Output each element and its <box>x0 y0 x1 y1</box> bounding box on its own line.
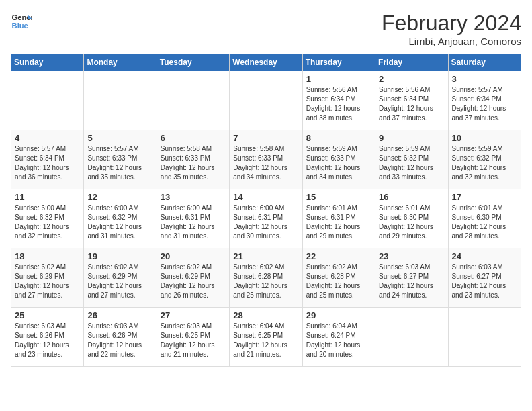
calendar-cell: 18Sunrise: 6:02 AM Sunset: 6:29 PM Dayli… <box>11 248 84 308</box>
day-number: 15 <box>306 192 371 202</box>
calendar-cell: 11Sunrise: 6:00 AM Sunset: 6:32 PM Dayli… <box>11 189 84 248</box>
day-number: 26 <box>87 310 152 320</box>
day-number: 13 <box>161 192 226 202</box>
calendar-week-5: 25Sunrise: 6:03 AM Sunset: 6:26 PM Dayli… <box>11 308 521 367</box>
calendar-cell: 27Sunrise: 6:03 AM Sunset: 6:25 PM Dayli… <box>157 308 229 367</box>
calendar-table: SundayMondayTuesdayWednesdayThursdayFrid… <box>11 54 521 367</box>
calendar-cell: 21Sunrise: 6:02 AM Sunset: 6:28 PM Dayli… <box>230 248 302 308</box>
day-info: Sunrise: 6:01 AM Sunset: 6:30 PM Dayligh… <box>379 203 444 241</box>
calendar-week-2: 4Sunrise: 5:57 AM Sunset: 6:34 PM Daylig… <box>11 130 521 189</box>
calendar-cell: 23Sunrise: 6:03 AM Sunset: 6:27 PM Dayli… <box>375 248 448 308</box>
weekday-header-friday: Friday <box>375 54 448 71</box>
day-number: 29 <box>306 310 371 320</box>
day-number: 6 <box>161 133 226 143</box>
calendar-cell: 12Sunrise: 6:00 AM Sunset: 6:32 PM Dayli… <box>84 189 157 248</box>
day-number: 8 <box>306 133 371 143</box>
day-number: 1 <box>306 74 371 84</box>
day-number: 20 <box>161 251 226 261</box>
day-number: 23 <box>379 251 444 261</box>
header: General Blue February 2024 Limbi, Anjoua… <box>11 11 521 47</box>
calendar-cell: 20Sunrise: 6:02 AM Sunset: 6:29 PM Dayli… <box>157 248 229 308</box>
day-info: Sunrise: 6:04 AM Sunset: 6:24 PM Dayligh… <box>306 322 371 359</box>
day-number: 9 <box>379 133 444 143</box>
calendar-cell <box>157 71 229 130</box>
day-info: Sunrise: 5:59 AM Sunset: 6:32 PM Dayligh… <box>379 144 444 182</box>
svg-text:Blue: Blue <box>12 21 28 30</box>
day-info: Sunrise: 6:00 AM Sunset: 6:32 PM Dayligh… <box>87 203 152 241</box>
day-number: 4 <box>15 133 80 143</box>
day-number: 11 <box>15 192 80 202</box>
calendar-cell <box>11 71 84 130</box>
logo-icon: General Blue <box>11 11 32 32</box>
calendar-cell: 13Sunrise: 6:00 AM Sunset: 6:31 PM Dayli… <box>157 189 229 248</box>
calendar-cell: 8Sunrise: 5:59 AM Sunset: 6:33 PM Daylig… <box>302 130 375 189</box>
calendar-cell: 25Sunrise: 6:03 AM Sunset: 6:26 PM Dayli… <box>11 308 84 367</box>
weekday-header-row: SundayMondayTuesdayWednesdayThursdayFrid… <box>11 54 521 71</box>
calendar-cell: 6Sunrise: 5:58 AM Sunset: 6:33 PM Daylig… <box>157 130 229 189</box>
day-number: 18 <box>15 251 80 261</box>
calendar-cell: 14Sunrise: 6:00 AM Sunset: 6:31 PM Dayli… <box>230 189 302 248</box>
day-info: Sunrise: 6:03 AM Sunset: 6:27 PM Dayligh… <box>379 263 444 300</box>
calendar-cell: 26Sunrise: 6:03 AM Sunset: 6:26 PM Dayli… <box>84 308 157 367</box>
day-info: Sunrise: 6:03 AM Sunset: 6:26 PM Dayligh… <box>87 322 152 359</box>
calendar-cell: 5Sunrise: 5:57 AM Sunset: 6:33 PM Daylig… <box>84 130 157 189</box>
day-info: Sunrise: 6:04 AM Sunset: 6:25 PM Dayligh… <box>233 322 298 359</box>
weekday-header-wednesday: Wednesday <box>230 54 302 71</box>
day-info: Sunrise: 6:00 AM Sunset: 6:32 PM Dayligh… <box>15 203 80 241</box>
weekday-header-saturday: Saturday <box>448 54 521 71</box>
day-info: Sunrise: 6:00 AM Sunset: 6:31 PM Dayligh… <box>233 203 298 241</box>
calendar-cell: 7Sunrise: 5:58 AM Sunset: 6:33 PM Daylig… <box>230 130 302 189</box>
day-info: Sunrise: 6:02 AM Sunset: 6:28 PM Dayligh… <box>306 263 371 300</box>
calendar-cell: 2Sunrise: 5:56 AM Sunset: 6:34 PM Daylig… <box>375 71 448 130</box>
page-subtitle: Limbi, Anjouan, Comoros <box>382 36 521 47</box>
day-info: Sunrise: 6:02 AM Sunset: 6:29 PM Dayligh… <box>87 263 152 300</box>
calendar-cell: 24Sunrise: 6:03 AM Sunset: 6:27 PM Dayli… <box>448 248 521 308</box>
calendar-cell: 16Sunrise: 6:01 AM Sunset: 6:30 PM Dayli… <box>375 189 448 248</box>
calendar-cell: 29Sunrise: 6:04 AM Sunset: 6:24 PM Dayli… <box>302 308 375 367</box>
calendar-cell: 4Sunrise: 5:57 AM Sunset: 6:34 PM Daylig… <box>11 130 84 189</box>
day-info: Sunrise: 5:57 AM Sunset: 6:34 PM Dayligh… <box>15 144 80 182</box>
calendar-cell: 17Sunrise: 6:01 AM Sunset: 6:30 PM Dayli… <box>448 189 521 248</box>
calendar-cell: 19Sunrise: 6:02 AM Sunset: 6:29 PM Dayli… <box>84 248 157 308</box>
day-info: Sunrise: 5:57 AM Sunset: 6:34 PM Dayligh… <box>452 85 517 123</box>
day-number: 21 <box>233 251 298 261</box>
calendar-cell <box>230 71 302 130</box>
calendar-week-4: 18Sunrise: 6:02 AM Sunset: 6:29 PM Dayli… <box>11 248 521 308</box>
day-info: Sunrise: 5:59 AM Sunset: 6:32 PM Dayligh… <box>452 144 517 182</box>
day-info: Sunrise: 6:02 AM Sunset: 6:29 PM Dayligh… <box>15 263 80 300</box>
calendar-cell: 28Sunrise: 6:04 AM Sunset: 6:25 PM Dayli… <box>230 308 302 367</box>
day-number: 27 <box>161 310 226 320</box>
calendar-cell: 22Sunrise: 6:02 AM Sunset: 6:28 PM Dayli… <box>302 248 375 308</box>
day-info: Sunrise: 6:00 AM Sunset: 6:31 PM Dayligh… <box>161 203 226 241</box>
day-info: Sunrise: 6:03 AM Sunset: 6:27 PM Dayligh… <box>452 263 517 300</box>
page-title: February 2024 <box>382 11 521 36</box>
day-number: 7 <box>233 133 298 143</box>
day-info: Sunrise: 5:56 AM Sunset: 6:34 PM Dayligh… <box>379 85 444 123</box>
calendar-week-1: 1Sunrise: 5:56 AM Sunset: 6:34 PM Daylig… <box>11 71 521 130</box>
day-number: 12 <box>87 192 152 202</box>
day-info: Sunrise: 6:02 AM Sunset: 6:29 PM Dayligh… <box>161 263 226 300</box>
weekday-header-monday: Monday <box>84 54 157 71</box>
day-info: Sunrise: 5:59 AM Sunset: 6:33 PM Dayligh… <box>306 144 371 182</box>
day-number: 22 <box>306 251 371 261</box>
day-info: Sunrise: 5:56 AM Sunset: 6:34 PM Dayligh… <box>306 85 371 123</box>
calendar-cell: 10Sunrise: 5:59 AM Sunset: 6:32 PM Dayli… <box>448 130 521 189</box>
day-number: 3 <box>452 74 517 84</box>
day-info: Sunrise: 5:58 AM Sunset: 6:33 PM Dayligh… <box>161 144 226 182</box>
calendar-cell <box>448 308 521 367</box>
calendar-cell: 3Sunrise: 5:57 AM Sunset: 6:34 PM Daylig… <box>448 71 521 130</box>
day-number: 24 <box>452 251 517 261</box>
calendar-cell <box>375 308 448 367</box>
day-number: 25 <box>15 310 80 320</box>
calendar-cell: 9Sunrise: 5:59 AM Sunset: 6:32 PM Daylig… <box>375 130 448 189</box>
logo: General Blue <box>11 11 32 32</box>
day-info: Sunrise: 6:03 AM Sunset: 6:25 PM Dayligh… <box>161 322 226 359</box>
day-number: 28 <box>233 310 298 320</box>
weekday-header-thursday: Thursday <box>302 54 375 71</box>
weekday-header-sunday: Sunday <box>11 54 84 71</box>
day-info: Sunrise: 6:01 AM Sunset: 6:30 PM Dayligh… <box>452 203 517 241</box>
day-number: 5 <box>87 133 152 143</box>
calendar-cell <box>84 71 157 130</box>
day-info: Sunrise: 5:57 AM Sunset: 6:33 PM Dayligh… <box>87 144 152 182</box>
day-info: Sunrise: 6:02 AM Sunset: 6:28 PM Dayligh… <box>233 263 298 300</box>
